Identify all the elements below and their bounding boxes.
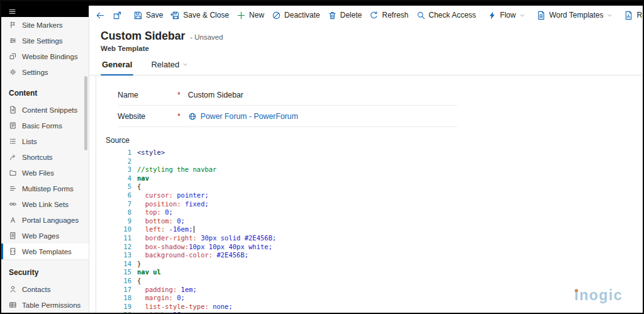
save-and-close-button[interactable]: Save & Close [167,8,233,23]
marker-icon [9,21,17,29]
code-text: position: fixed; [137,200,209,209]
code-text: width: 16em; [137,311,193,313]
delete-button[interactable]: Delete [324,8,366,23]
lang-icon [9,216,17,224]
tab-label: Related [151,60,179,69]
sidebar-item-label: Table Permissions [22,301,80,309]
line-number: 2 [110,157,131,166]
code-text: } [137,260,141,269]
line-number: 18 [110,294,131,303]
table-icon [9,301,17,309]
commandbar-button-label: Run Report [636,11,644,20]
code-line: 18 margin: 0; [110,294,643,303]
sidebar-item-site-markers[interactable]: Site Markers [1,17,89,33]
plus-icon [236,11,246,20]
lookup-value-link[interactable]: Power Forum - PowerForum [188,112,298,121]
sidebar-item-shortcuts[interactable]: Shortcuts [1,149,89,165]
chain-icon [9,200,17,208]
sidebar-item-settings[interactable]: Settings [1,64,89,80]
report-icon [624,11,633,20]
sidebar-item-website-bindings[interactable]: Website Bindings [1,48,89,64]
word-templates-button[interactable]: Word Templates [533,8,616,23]
code-line: 15nav ul [110,268,643,277]
source-code-editor[interactable]: 1<style>23//styling the navbar4nav5{6 cu… [110,149,643,313]
hamburger-menu-icon[interactable] [8,8,16,16]
delete-icon [328,11,337,20]
sidebar-item-portal-languages[interactable]: Portal Languages [1,212,89,228]
run-report-button[interactable]: Run Report [620,8,644,23]
new-button[interactable]: New [233,8,268,23]
record-title: Custom Sidebar [101,30,185,43]
list-icon [9,137,17,145]
source-field-label: Source [106,136,643,145]
line-number: 3 [110,165,131,174]
sidebar-item-basic-forms[interactable]: Basic Forms [1,118,89,133]
sidebar-item-content-snippets[interactable]: Content Snippets [1,102,89,118]
code-line: 10 left: -16em; [110,225,643,234]
line-number: 17 [110,286,131,294]
code-line: 3//styling the navbar [110,165,643,174]
person-icon [9,285,17,293]
bindings-icon [9,52,17,60]
code-text: top: 0; [137,208,173,217]
code-line: 9 bottom: 0; [110,217,643,226]
form-fields: Name*Custom SidebarWebsite*Power Forum -… [105,84,643,127]
field-label: Name [118,91,177,99]
sidebar-item-label: Content Snippets [22,106,77,114]
open-in-new-window-button[interactable] [109,8,126,23]
line-number: 7 [110,200,131,209]
code-line: 4nav [110,174,643,183]
code-text: { [137,277,141,286]
sidebar-item-table-permissions[interactable]: Table Permissions [1,297,89,313]
code-text: margin: 0; [137,294,185,303]
flow-button[interactable]: Flow [484,8,529,23]
sidebar-item-label: Web Link Sets [22,201,69,208]
record-header: Custom Sidebar - Unsaved Web Template Ge… [89,25,643,76]
sidebar-item-site-settings[interactable]: Site Settings [1,33,89,48]
required-asterisk: * [177,112,180,121]
form-content: Name*Custom SidebarWebsite*Power Forum -… [89,76,643,313]
commandbar-button-label: Flow [500,11,516,20]
chevron-icon [519,13,525,18]
sidebar-item-contacts[interactable]: Contacts [1,281,89,297]
main-panel: SaveSave & CloseNewDeactivateDeleteRefre… [89,6,643,313]
back-button[interactable] [92,8,109,23]
save-button[interactable]: Save [130,8,167,23]
check-access-button[interactable]: Check Access [413,8,480,23]
sidebar-item-label: Settings [22,69,48,76]
sliders-icon [9,36,17,45]
code-line: 8 top: 0; [110,208,643,217]
sidebar-item-web-files[interactable]: Web Files [1,165,89,181]
tab-general[interactable]: General [101,60,133,75]
sidebar-item-label: Portal Languages [22,216,79,224]
tab-related[interactable]: Related [150,60,189,75]
inogic-watermark: inogic [574,287,623,304]
watermark-text: inogic [574,287,623,303]
sidebar-item-label: Site Settings [22,37,63,45]
app-window: Site MarkersSite SettingsWebsite Binding… [0,0,644,314]
refresh-button[interactable]: Refresh [365,8,412,23]
sidebar-item-web-pages[interactable]: Web Pages [1,228,89,244]
line-number: 20 [110,311,131,313]
sidebar-item-label: Website Bindings [22,53,78,60]
sidebar-item-label: Lists [22,138,37,145]
sidebar-item-lists[interactable]: Lists [1,133,89,149]
sidebar-item-multistep-forms[interactable]: Multistep Forms [1,181,89,196]
record-entity-label: Web Template [89,43,643,52]
deactivate-button[interactable]: Deactivate [268,8,324,23]
sidebar-item-web-link-sets[interactable]: Web Link Sets [1,196,89,212]
commandbar-button-label: Check Access [429,11,476,20]
sidebar-item-label: Web Pages [22,232,59,240]
field-value[interactable]: Custom Sidebar [188,91,243,99]
back-icon [96,11,105,20]
sidebar-scrollbar-thumb[interactable] [84,76,87,150]
line-number: 13 [110,251,131,260]
field-row-name: Name*Custom Sidebar [118,84,457,106]
code-text: background-color: #2E456B; [137,251,248,260]
line-number: 8 [110,208,131,217]
line-number: 14 [110,260,131,269]
command-bar: SaveSave & CloseNewDeactivateDeleteRefre… [89,6,643,25]
commandbar-button-label: Delete [340,11,362,20]
sidebar-item-web-templates[interactable]: Web Templates [1,244,89,259]
code-text: box-shadow:10px 10px 40px white; [137,243,272,252]
